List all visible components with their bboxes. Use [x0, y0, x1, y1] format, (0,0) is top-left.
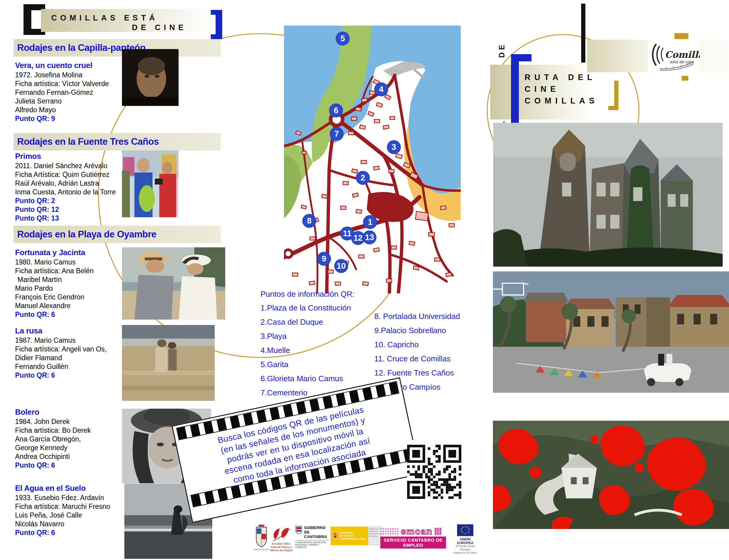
film-credit: Luis Peña, José Calle [15, 511, 110, 520]
qr-point-item: 10. Capricho [374, 340, 460, 354]
film-credit: Nicolás Navarro [15, 520, 110, 528]
qr-point-item: 8. Portalada Universidad [374, 312, 460, 326]
marker-number: 2 [360, 173, 365, 183]
marker-number: 12 [353, 234, 362, 243]
map-marker-3: 3 [387, 140, 401, 154]
map-marker-7: 7 [330, 127, 343, 141]
film-entry-larusa: La rusa 1987. Mario Camus Ficha artístic… [15, 326, 107, 380]
qr-point-item: 3.Playa [260, 332, 351, 346]
ministerio-caption: Y SEGURIDAD SOCIAL [340, 537, 366, 540]
map-marker-6: 6 [329, 104, 343, 117]
fortunata-film-still [122, 247, 225, 320]
ue-caption: invierte en tu futuro [452, 551, 479, 555]
film-credit: Fernando Guillén [15, 362, 107, 371]
film-entry-elagua: El Agua en el Suelo 1933. Eusebio Fdez. … [15, 484, 110, 537]
map-marker-8: 8 [302, 214, 316, 228]
film-credit: Ficha artística: Víctor Valverde [15, 79, 109, 88]
marker-number: 3 [392, 143, 396, 152]
emcan-logo: emcan SERVICIO CÁNTABRO DE EMPLEO [380, 527, 446, 544]
consejeria-caption: CONSEJERÍA DE INNOVACIÓN, [295, 541, 329, 544]
film-title: Primos [15, 152, 116, 161]
marker-number: 13 [365, 233, 374, 242]
film-credit: Manuel Alexandre [15, 302, 94, 310]
crest-caption: AYUNTAMIENTO DE COMILLAS [254, 549, 269, 550]
film-credit: 1980. Mario Camus [15, 258, 94, 267]
ministerio-caption: DE EMPLEO [340, 534, 366, 537]
main-title-line: COMILLAS [525, 95, 598, 107]
main-title: RUTA DEL CINE COMILLAS [525, 72, 598, 107]
main-title-line: CINE [525, 83, 598, 95]
map-marker-9: 9 [317, 252, 331, 266]
brand-line1: COMILLAS ESTÁ [51, 13, 158, 23]
film-credit: Ficha artística: Angeli van Os, [15, 345, 107, 354]
taller-caption: Casa de Oficios y [269, 546, 293, 549]
emcan-wordmark: emcan [401, 528, 433, 535]
map-marker-2: 2 [356, 171, 370, 185]
film-qr-point: Punto QR: 6 [15, 310, 94, 319]
blue-bracket-arm-top [511, 54, 532, 61]
section-band-playa: Rodajes en la Playa de Oyambre [14, 226, 221, 243]
blue-bracket-icon [511, 54, 519, 130]
film-qr-point: Punto QR: 6 [15, 371, 107, 380]
film-title: Bolero [15, 408, 91, 416]
gobierno-cantabria-logo: GOBIERNO DE CANTABRIA CONSEJERÍA DE INNO… [295, 525, 329, 553]
map-marker-4: 4 [374, 82, 388, 96]
comillas-town-map [284, 26, 461, 293]
brand-line2: DE CINE [132, 23, 187, 32]
red-splatter-aerial-photo [493, 421, 729, 529]
map-marker-1: 1 [363, 215, 377, 229]
brochure-page: COMILLAS ESTÁ DE CINE Rodajes en la Capi… [0, 0, 729, 560]
ministerio-empleo-logo: MINISTERIO DE EMPLEO Y SEGURIDAD SOCIAL … [330, 527, 383, 545]
gobierno-caption: CANTABRIA [304, 534, 327, 539]
sepe-caption: DE EMPLEO ESTATAL [369, 533, 382, 538]
gold-tab-bottom [682, 76, 688, 81]
film-credit: François Eric Gendron [15, 293, 94, 302]
town-square-photo [493, 271, 729, 393]
film-entry-fortunata: Fortunata y Jacinta 1980. Mario Camus Fi… [15, 248, 94, 319]
marker-number: 5 [340, 34, 345, 43]
taller-caption: Talleres de Empleo [269, 549, 293, 552]
film-qr-point: Punto QR: 6 [15, 461, 91, 470]
sepe-caption: SERVICIO PÚBLICO [369, 528, 382, 533]
union-europea-logo: UNIÓN EUROPEA El Fondo Social Europeo in… [452, 524, 479, 552]
qr-point-item: 11. Cruce de Comillas [374, 354, 460, 368]
qr-points-heading: Puntos de información QR: [260, 289, 354, 299]
film-credit: 1972. Josefina Molina [15, 71, 109, 79]
film-title: Fortunata y Jacinta [15, 248, 94, 257]
film-qr-point: Punto QR: 2 [15, 196, 116, 205]
gobierno-caption: GOBIERNO [304, 525, 327, 530]
marker-number: 8 [307, 216, 311, 226]
left-header-band: COMILLAS ESTÁ DE CINE [41, 9, 210, 32]
film-title: El Agua en el Suelo [15, 484, 110, 493]
map-marker-10: 10 [334, 259, 348, 273]
taller-caption: Escuelas Taller, [269, 542, 293, 546]
film-credit: Ficha artística: Ana Belén [15, 267, 94, 275]
gold-tab-top [675, 33, 688, 39]
map-marker-5: 5 [336, 32, 349, 45]
film-title: La rusa [15, 326, 107, 335]
section-heading: Rodajes en la Playa de Oyambre [14, 229, 156, 240]
qr-point-item: 2.Casa del Duque [260, 317, 351, 332]
film-credit: Maribel Martín [15, 275, 94, 284]
film-entry-primos: Primos 2011. Daniel Sánchez Arévalo Fich… [15, 152, 116, 223]
film-qr-point: Punto QR: 6 [15, 528, 110, 537]
film-qr-point: Punto QR: 12 [15, 205, 116, 214]
film-credit: Andrea Occhipinti [15, 452, 91, 461]
film-qr-point: Punto QR: 13 [15, 214, 116, 223]
ue-caption: El Fondo Social Europeo [452, 545, 479, 551]
film-entry-bolero: Bolero 1984. John Derek Ficha artística:… [15, 408, 91, 470]
film-credit: Raúl Arévalo, Adrián Lastra [15, 179, 116, 188]
right-bracket-icon [211, 10, 222, 39]
comillas-crest-logo: AYUNTAMIENTO DE COMILLAS [254, 524, 269, 553]
film-credit: 2011. Daniel Sánchez Arévalo [15, 162, 116, 170]
film-credit: 1933. Eusebio Fdez. Ardavín [15, 493, 110, 502]
film-credit: George Kennedy [15, 444, 91, 452]
qr-point-item: 5.Garita [260, 360, 351, 374]
qr-code [407, 440, 461, 504]
film-title: Vera, un cuento cruel [15, 61, 109, 70]
servicio-cantabro-caption: SERVICIO CÁNTABRO DE EMPLEO [380, 537, 446, 549]
map-marker-13: 13 [362, 230, 377, 244]
vera-film-still [122, 49, 178, 106]
qr-point-item: 1.Plaza de la Constitución [260, 303, 351, 317]
gobierno-caption: DE [304, 530, 327, 534]
